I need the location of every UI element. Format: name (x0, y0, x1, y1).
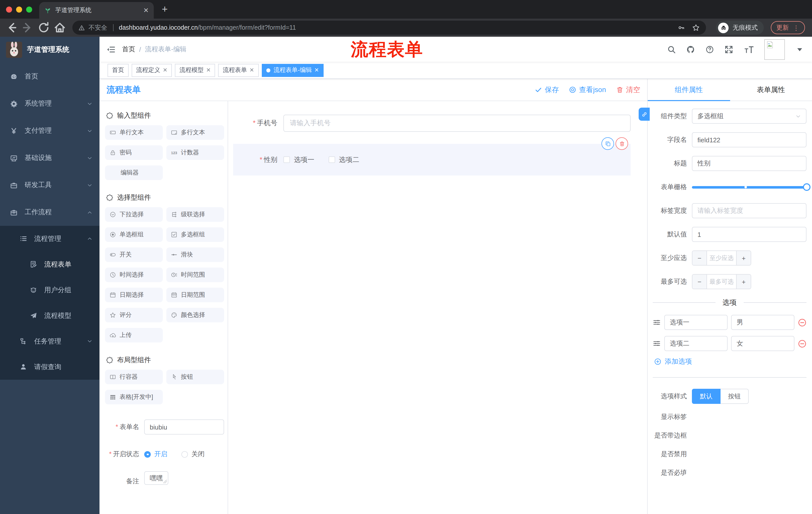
sidebar-item-6[interactable]: 流程管理 (0, 226, 99, 251)
checkbox-box[interactable] (328, 156, 335, 163)
view-json-button[interactable]: 查看json (569, 85, 606, 94)
collapse-sidebar-button[interactable] (107, 45, 115, 54)
component-密码[interactable]: 密码 (105, 145, 163, 160)
font-size-icon[interactable] (744, 45, 754, 54)
url-text[interactable]: dashboard.yudao.iocoder.cn/bpm/manager/f… (119, 24, 296, 31)
stepper-input[interactable]: 最多可选 (707, 275, 736, 289)
security-warning-icon[interactable] (78, 24, 85, 31)
browser-tab[interactable]: 芋道管理系统 ✕ (39, 2, 154, 19)
sidebar-item-8[interactable]: 用户分组 (0, 277, 99, 303)
component-表格[开发中][interactable]: 表格[开发中] (105, 390, 163, 404)
sidebar-item-1[interactable]: 系统管理 (0, 90, 99, 117)
status-off-radio[interactable]: 关闭 (181, 450, 204, 459)
stepper-input[interactable]: 至少应选 (707, 251, 736, 265)
canvas-field-phone[interactable]: 手机号 请输入手机号 (233, 115, 631, 132)
component-级联选择[interactable]: 级联选择 (166, 207, 224, 222)
copy-field-button[interactable] (602, 137, 614, 150)
component-单选框组[interactable]: 单选框组 (105, 227, 163, 242)
address-bar[interactable]: 不安全 dashboard.yudao.iocoder.cn/bpm/manag… (72, 21, 706, 35)
minus-button[interactable]: − (692, 275, 707, 289)
component-下拉选择[interactable]: 下拉选择 (105, 207, 163, 222)
default-value-input[interactable]: 1 (692, 227, 807, 242)
minus-button[interactable]: − (692, 251, 707, 265)
component-编辑器[interactable]: 编辑器 (105, 165, 163, 180)
add-option-button[interactable]: 添加选项 (654, 357, 807, 366)
tag-流程表单-编辑[interactable]: 流程表单-编辑✕ (262, 64, 323, 77)
form-grid-slider[interactable] (692, 180, 807, 195)
component-多选框组[interactable]: 多选框组 (166, 227, 224, 242)
field-name-input[interactable]: field122 (692, 132, 807, 147)
component-日期范围[interactable]: 日期范围 (166, 288, 224, 302)
bookmark-star-icon[interactable] (692, 24, 700, 32)
delete-field-button[interactable] (615, 137, 628, 150)
checkbox-选项一[interactable]: 选项一 (283, 155, 314, 164)
status-on-radio[interactable]: 开启 (144, 450, 167, 459)
sidebar-item-5[interactable]: 工作流程 (0, 199, 99, 226)
component-时间选择[interactable]: 时间选择 (105, 268, 163, 282)
browser-menu-icon[interactable]: ⋮ (793, 24, 800, 31)
style-button-button[interactable]: 按钮 (721, 389, 749, 404)
sidebar-item-0[interactable]: 首页 (0, 63, 99, 90)
component-多行文本[interactable]: 多行文本 (166, 125, 224, 140)
plus-button[interactable]: + (736, 275, 751, 289)
remove-option-button[interactable] (798, 339, 807, 348)
component-日期选择[interactable]: 日期选择 (105, 288, 163, 302)
tag-流程模型[interactable]: 流程模型✕ (175, 64, 215, 77)
new-tab-button[interactable]: + (162, 3, 168, 15)
checkbox-选项二[interactable]: 选项二 (328, 155, 359, 164)
tag-close-icon[interactable]: ✕ (250, 67, 254, 74)
password-key-icon[interactable] (678, 24, 685, 31)
remove-option-button[interactable] (798, 318, 807, 327)
component-单行文本[interactable]: 单行文本 (105, 125, 163, 140)
option-value-input[interactable]: 女 (731, 336, 794, 351)
tab-component-props[interactable]: 组件属性 (648, 79, 730, 101)
panel-collapse-handle[interactable] (639, 108, 650, 121)
option-label-input[interactable]: 选项二 (664, 336, 728, 351)
close-window-button[interactable] (6, 6, 12, 12)
style-default-button[interactable]: 默认 (692, 389, 721, 404)
option-label-input[interactable]: 选项一 (664, 315, 728, 330)
minimize-window-button[interactable] (16, 6, 22, 12)
tag-流程定义[interactable]: 流程定义✕ (132, 64, 172, 77)
maximize-window-button[interactable] (26, 6, 32, 12)
sidebar-item-3[interactable]: 基础设施 (0, 144, 99, 171)
plus-button[interactable]: + (736, 251, 751, 265)
remark-textarea[interactable]: 嘿嘿 (144, 471, 168, 485)
back-button[interactable] (5, 21, 18, 34)
sidebar-item-10[interactable]: 任务管理 (0, 328, 99, 354)
user-menu-caret-icon[interactable] (795, 45, 804, 54)
sidebar-item-11[interactable]: 请假查询 (0, 354, 99, 380)
clear-button[interactable]: 清空 (616, 85, 640, 94)
component-颜色选择[interactable]: 颜色选择 (166, 308, 224, 322)
sidebar-item-2[interactable]: 支付管理 (0, 117, 99, 144)
component-行容器[interactable]: 行容器 (105, 370, 163, 384)
tab-form-props[interactable]: 表单属性 (730, 79, 812, 101)
reload-button[interactable] (37, 21, 50, 34)
browser-update-button[interactable]: 更新 ⋮ (771, 21, 805, 34)
help-icon[interactable] (705, 45, 714, 54)
security-label[interactable]: 不安全 (88, 23, 107, 32)
fullscreen-icon[interactable] (725, 45, 733, 54)
option-value-input[interactable]: 男 (731, 315, 794, 330)
tag-close-icon[interactable]: ✕ (206, 67, 210, 74)
search-icon[interactable] (667, 45, 676, 54)
tag-流程表单[interactable]: 流程表单✕ (218, 64, 259, 77)
component-上传[interactable]: 上传 (105, 328, 163, 343)
component-开关[interactable]: 开关 (105, 247, 163, 262)
component-type-select[interactable]: 多选框组 (692, 109, 807, 124)
tag-首页[interactable]: 首页 (108, 64, 128, 77)
drag-handle-icon[interactable] (653, 340, 661, 348)
title-input[interactable]: 性别 (692, 156, 807, 171)
phone-input[interactable]: 请输入手机号 (283, 115, 631, 132)
tag-close-icon[interactable]: ✕ (314, 67, 319, 74)
checkbox-box[interactable] (283, 156, 290, 163)
github-icon[interactable] (686, 45, 695, 54)
tab-close-icon[interactable]: ✕ (143, 6, 149, 14)
sidebar-item-9[interactable]: 流程模型 (0, 303, 99, 328)
form-name-input[interactable]: biubiu (144, 420, 224, 435)
slider-handle[interactable] (803, 183, 811, 191)
sidebar-logo[interactable]: 芋道管理系统 (0, 37, 99, 63)
label-width-input[interactable]: 请输入标签宽度 (692, 203, 807, 218)
component-计数器[interactable]: 123计数器 (166, 145, 224, 160)
save-button[interactable]: 保存 (535, 85, 559, 94)
